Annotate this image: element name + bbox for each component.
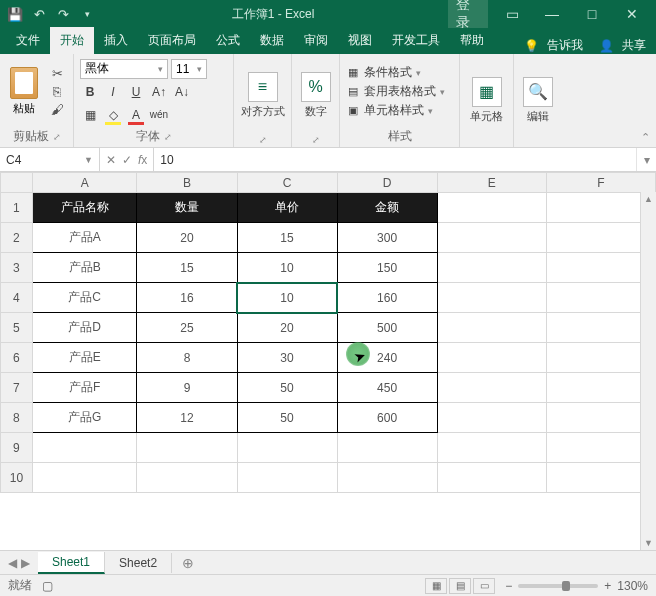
bold-button[interactable]: B: [80, 82, 100, 102]
underline-button[interactable]: U: [126, 82, 146, 102]
cell[interactable]: 15: [237, 223, 337, 253]
add-sheet-icon[interactable]: ⊕: [172, 555, 204, 571]
cell[interactable]: [337, 433, 437, 463]
editing-button[interactable]: 🔍编辑: [520, 77, 556, 124]
tab-home[interactable]: 开始: [50, 27, 94, 54]
cell[interactable]: 240: [337, 343, 437, 373]
row-header[interactable]: 6: [1, 343, 33, 373]
cell[interactable]: [137, 433, 237, 463]
number-format-button[interactable]: %数字: [298, 72, 333, 119]
cell[interactable]: 产品F: [32, 373, 137, 403]
cell[interactable]: 50: [237, 373, 337, 403]
row-header[interactable]: 7: [1, 373, 33, 403]
cell[interactable]: 20: [137, 223, 237, 253]
cell[interactable]: [137, 463, 237, 493]
cell[interactable]: [437, 403, 546, 433]
cell[interactable]: 300: [337, 223, 437, 253]
spreadsheet-grid[interactable]: A B C D E F 1 产品名称 数量 单价 金额 2 产品A 20 15 …: [0, 172, 656, 493]
login-button[interactable]: 登录: [448, 0, 488, 28]
row-header[interactable]: 5: [1, 313, 33, 343]
font-shrink-icon[interactable]: A↓: [172, 82, 192, 102]
vertical-scrollbar[interactable]: [640, 192, 656, 550]
cell[interactable]: 金额: [337, 193, 437, 223]
cells-button[interactable]: ▦单元格: [466, 77, 507, 124]
alignment-button[interactable]: ≡对齐方式: [240, 72, 285, 119]
cell[interactable]: 12: [137, 403, 237, 433]
save-icon[interactable]: 💾: [4, 3, 26, 25]
cell[interactable]: 16: [137, 283, 237, 313]
col-header[interactable]: D: [337, 173, 437, 193]
font-name-select[interactable]: 黑体▾: [80, 59, 168, 79]
zoom-level[interactable]: 130%: [617, 579, 648, 593]
cell[interactable]: [32, 433, 137, 463]
cell[interactable]: 产品D: [32, 313, 137, 343]
select-all-corner[interactable]: [1, 173, 33, 193]
cell[interactable]: 9: [137, 373, 237, 403]
formula-input[interactable]: 10: [154, 148, 636, 171]
cell[interactable]: 产品B: [32, 253, 137, 283]
table-format-button[interactable]: ▤套用表格格式▾: [346, 83, 445, 100]
number-launcher-icon[interactable]: ⤢: [312, 135, 320, 145]
row-header[interactable]: 4: [1, 283, 33, 313]
cancel-formula-icon[interactable]: ✕: [106, 153, 116, 167]
paste-button[interactable]: 粘贴: [6, 67, 42, 116]
cell[interactable]: 10: [237, 253, 337, 283]
cell[interactable]: [437, 433, 546, 463]
collapse-ribbon-icon[interactable]: ⌃: [641, 131, 650, 144]
font-grow-icon[interactable]: A↑: [149, 82, 169, 102]
col-header[interactable]: E: [437, 173, 546, 193]
close-icon[interactable]: ✕: [612, 0, 652, 28]
tab-data[interactable]: 数据: [250, 27, 294, 54]
sheet-tab[interactable]: Sheet2: [105, 553, 172, 573]
tab-help[interactable]: 帮助: [450, 27, 494, 54]
ribbon-display-icon[interactable]: ▭: [492, 0, 532, 28]
col-header[interactable]: C: [237, 173, 337, 193]
row-header[interactable]: 2: [1, 223, 33, 253]
row-header[interactable]: 9: [1, 433, 33, 463]
fill-color-button[interactable]: ◇: [103, 105, 123, 125]
cell[interactable]: 数量: [137, 193, 237, 223]
col-header[interactable]: F: [546, 173, 655, 193]
share-button[interactable]: 共享: [622, 37, 646, 54]
cell[interactable]: 单价: [237, 193, 337, 223]
page-break-view-icon[interactable]: ▭: [473, 578, 495, 594]
formula-expand-icon[interactable]: ▾: [636, 148, 656, 171]
row-header[interactable]: 10: [1, 463, 33, 493]
cell[interactable]: 15: [137, 253, 237, 283]
cell[interactable]: [237, 463, 337, 493]
page-layout-view-icon[interactable]: ▤: [449, 578, 471, 594]
cell[interactable]: 产品C: [32, 283, 137, 313]
zoom-in-icon[interactable]: +: [604, 579, 611, 593]
tab-formulas[interactable]: 公式: [206, 27, 250, 54]
phonetic-button[interactable]: wén: [149, 105, 169, 125]
cell[interactable]: 600: [337, 403, 437, 433]
tab-page-layout[interactable]: 页面布局: [138, 27, 206, 54]
normal-view-icon[interactable]: ▦: [425, 578, 447, 594]
clipboard-launcher-icon[interactable]: ⤢: [53, 132, 61, 142]
cell[interactable]: 30: [237, 343, 337, 373]
tab-review[interactable]: 审阅: [294, 27, 338, 54]
cell[interactable]: [437, 373, 546, 403]
row-header[interactable]: 8: [1, 403, 33, 433]
col-header[interactable]: B: [137, 173, 237, 193]
cell-styles-button[interactable]: ▣单元格样式▾: [346, 102, 445, 119]
cell[interactable]: 50: [237, 403, 337, 433]
zoom-slider[interactable]: [518, 584, 598, 588]
tab-insert[interactable]: 插入: [94, 27, 138, 54]
cell[interactable]: [437, 283, 546, 313]
border-button[interactable]: ▦: [80, 105, 100, 125]
cell[interactable]: 产品名称: [32, 193, 137, 223]
maximize-icon[interactable]: □: [572, 0, 612, 28]
tab-developer[interactable]: 开发工具: [382, 27, 450, 54]
cell[interactable]: [437, 463, 546, 493]
cell[interactable]: 产品A: [32, 223, 137, 253]
cell[interactable]: 产品G: [32, 403, 137, 433]
name-box[interactable]: C4▼: [0, 148, 100, 171]
macro-record-icon[interactable]: ▢: [42, 579, 53, 593]
cell[interactable]: [437, 253, 546, 283]
namebox-dropdown-icon[interactable]: ▼: [84, 155, 93, 165]
cell[interactable]: 25: [137, 313, 237, 343]
sheet-tab[interactable]: Sheet1: [38, 552, 105, 574]
col-header[interactable]: A: [32, 173, 137, 193]
fx-icon[interactable]: fx: [138, 153, 147, 167]
